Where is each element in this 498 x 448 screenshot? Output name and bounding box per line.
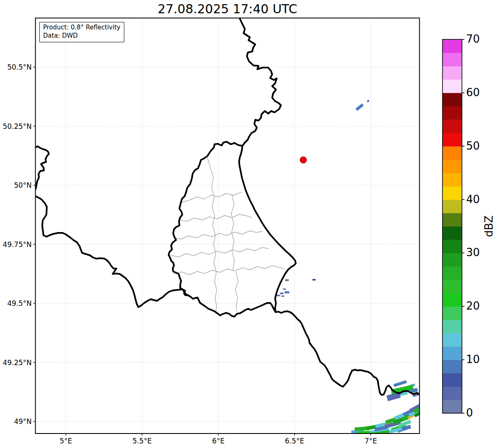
colorbar-band xyxy=(442,200,462,213)
y-tick-label: 50.25°N xyxy=(3,122,32,131)
colorbar-band xyxy=(442,39,462,53)
radar-figure: 27.08.2025 17:40 UTC Product: 0.8° Refle… xyxy=(0,0,498,448)
colorbar-tick-label: 30 xyxy=(466,247,480,259)
colorbar-band xyxy=(442,146,462,160)
country-borders xyxy=(35,18,420,395)
colorbar-band xyxy=(442,226,462,240)
x-tick-label: 5.5°E xyxy=(133,437,152,445)
x-tick-label: 6°E xyxy=(212,437,225,445)
x-tick-label: 5°E xyxy=(60,437,72,445)
colorbar-band xyxy=(442,173,462,186)
colorbar-tick-label: 10 xyxy=(466,354,480,366)
x-tick-label: 7°E xyxy=(365,437,377,445)
x-tick-label: 6.5°E xyxy=(285,437,304,445)
map-canvas xyxy=(0,0,498,448)
colorbar-band xyxy=(442,387,462,400)
colorbar-band xyxy=(442,293,462,307)
colorbar-band xyxy=(442,400,462,414)
colorbar-band xyxy=(442,306,462,320)
colorbar-band xyxy=(442,80,462,93)
colorbar-tick-label: 50 xyxy=(466,140,480,152)
colorbar-band xyxy=(442,133,462,147)
colorbar-band xyxy=(442,266,462,280)
y-tick-label: 49.5°N xyxy=(7,299,31,308)
colorbar-tick-label: 60 xyxy=(466,86,480,99)
y-tick-label: 50°N xyxy=(14,181,32,189)
colorbar-band xyxy=(442,160,462,173)
colorbar-band xyxy=(442,253,462,266)
y-tick-label: 49.25°N xyxy=(3,358,32,367)
radar-echo-cell xyxy=(312,279,316,281)
radar-echoes xyxy=(276,100,423,437)
colorbar-band xyxy=(442,373,462,387)
radar-echo-cell xyxy=(355,104,364,111)
colorbar-band xyxy=(442,53,462,66)
radar-echo-cell xyxy=(394,380,407,387)
colorbar-band xyxy=(442,119,462,133)
y-tick-label: 49°N xyxy=(14,417,32,426)
colorbar-band xyxy=(442,346,462,360)
colorbar-band xyxy=(442,186,462,200)
colorbar-band xyxy=(442,240,462,253)
colorbar-band xyxy=(442,280,462,293)
colorbar-band xyxy=(442,213,462,227)
colorbar-tick-label: 70 xyxy=(466,33,480,45)
colorbar-title: dBZ xyxy=(483,216,495,237)
radar-echo-cell xyxy=(281,295,284,297)
colorbar-band xyxy=(442,360,462,373)
radar-echo-cell xyxy=(285,291,289,293)
colorbar-tick-label: 20 xyxy=(466,300,480,312)
colorbar-band xyxy=(442,66,462,80)
data-source-line: Data: DWD xyxy=(43,31,121,40)
colorbar-tick-label: 40 xyxy=(466,193,480,206)
product-info-box: Product: 0.8° Reflectivity Data: DWD xyxy=(39,22,124,42)
colorbar-band xyxy=(442,320,462,334)
radar-echo-cell xyxy=(285,279,289,281)
admin-borders xyxy=(171,157,284,311)
colorbar-band xyxy=(442,106,462,120)
y-tick-label: 49.75°N xyxy=(3,240,32,249)
colorbar-band xyxy=(442,333,462,347)
radar-echo-cell xyxy=(283,288,286,290)
product-line: Product: 0.8° Reflectivity xyxy=(43,23,121,31)
radar-site-marker xyxy=(300,157,307,163)
y-tick-label: 50.5°N xyxy=(7,63,31,71)
axis-ticks xyxy=(34,67,371,436)
colorbar xyxy=(442,39,464,414)
radar-echo-cell xyxy=(280,293,283,294)
radar-echo-cell xyxy=(367,100,369,102)
colorbar-tick-label: 0 xyxy=(466,407,473,419)
colorbar-band xyxy=(442,93,462,107)
